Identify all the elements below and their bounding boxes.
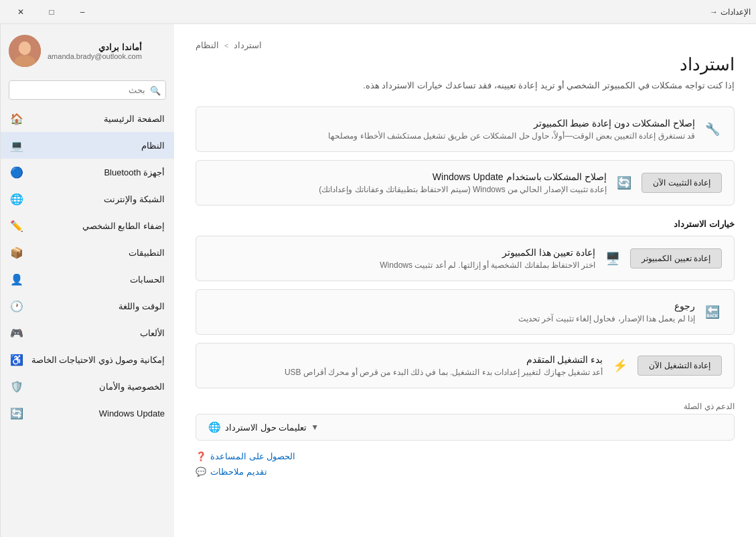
advanced-startup-title: بدء التشغيل المتقدم: [208, 354, 603, 365]
accessibility-icon: ♿: [10, 353, 23, 366]
avatar-image: [9, 35, 41, 67]
advanced-icon: ⚡: [611, 358, 629, 373]
restart-now-button[interactable]: إعادة التشغيل الآن: [637, 356, 722, 376]
breadcrumb-title: استرداد: [234, 40, 262, 50]
sidebar-item-label-network: الشبكة والإنترنت: [30, 194, 165, 204]
search-box: 🔍: [9, 80, 166, 100]
go-back-info: رجوع إذا لم يعمل هذا الإصدار، فحاول إلغا…: [208, 301, 695, 323]
reset-pc-button[interactable]: إعادة تعيين الكمبيوتر: [630, 248, 722, 268]
recovery-options-title: خيارات الاسترداد: [196, 219, 735, 229]
search-icon: 🔍: [150, 85, 161, 95]
bluetooth-icon: 🔵: [10, 165, 23, 179]
breadcrumb-separator: >: [224, 42, 228, 50]
reset-pc-info: إعادة تعيين هذا الكمبيوتر اختر الاحتفاظ …: [208, 247, 595, 270]
fix-no-reset-title: إصلاح المشكلات دون إعادة ضبط الكمبيوتر: [208, 118, 695, 129]
apps-icon: 📦: [10, 246, 23, 259]
user-profile: أماندا برادي amanda.brady@outlook.com: [1, 24, 174, 78]
avatar: [9, 35, 41, 67]
sidebar-item-time[interactable]: 🕐 الوقت واللغة: [1, 293, 174, 319]
goback-icon: 🔙: [703, 305, 722, 319]
related-support-title: الدعم ذي الصلة: [196, 402, 735, 411]
reset-pc-desc: اختر الاحتفاظ بملفاتك الشخصية أو إزالتها…: [208, 260, 595, 270]
sidebar-item-gaming[interactable]: 🎮 الألعاب: [1, 319, 174, 346]
close-button[interactable]: ✕: [5, 0, 36, 24]
sidebar: أماندا برادي amanda.brady@outlook.com 🔍 …: [0, 24, 174, 537]
help-text: الحصول على المساعدة: [210, 451, 295, 461]
sidebar-item-home[interactable]: 🏠 الصفحة الرئيسية: [1, 105, 174, 132]
sidebar-item-personalization[interactable]: ✏️ إضفاء الطابع الشخصي: [1, 212, 174, 239]
windowsupdate-icon: 🔄: [10, 406, 23, 420]
sidebar-item-windowsupdate[interactable]: 🔄 Windows Update: [1, 400, 174, 427]
accounts-icon: 👤: [10, 273, 23, 286]
advanced-startup-desc: أعد تشغيل جهازك لتغيير إعدادات بدء التشغ…: [208, 368, 603, 377]
feedback-text: تقديم ملاحظات: [210, 467, 267, 477]
titlebar-nav: الإعدادات →: [710, 7, 751, 17]
settings-window: الإعدادات → – □ ✕ استرداد > النظام استرد…: [0, 0, 756, 537]
give-feedback-link[interactable]: تقديم ملاحظات 💬: [196, 467, 267, 477]
go-back-title: رجوع: [208, 301, 695, 311]
pc-icon: 🖥️: [603, 251, 622, 266]
advanced-startup-info: بدء التشغيل المتقدم أعد تشغيل جهازك لتغي…: [208, 354, 603, 377]
sidebar-item-label-windowsupdate: Windows Update: [30, 408, 165, 418]
sidebar-item-label-personalization: إضفاء الطابع الشخصي: [30, 221, 165, 231]
page-description: إذا كنت تواجه مشكلات في الكمبيوتر الشخصي…: [196, 80, 735, 90]
nav-arrow: →: [710, 7, 718, 17]
gaming-icon: 🎮: [10, 326, 23, 339]
help-icon: ❓: [196, 451, 206, 461]
sidebar-item-system[interactable]: 💻 النظام: [1, 132, 174, 159]
page-header: استرداد > النظام استرداد إذا كنت تواجه م…: [196, 40, 735, 90]
breadcrumb: استرداد > النظام: [196, 40, 735, 50]
content-area: استرداد > النظام استرداد إذا كنت تواجه م…: [174, 24, 756, 537]
feedback-icon: 💬: [196, 467, 206, 477]
sidebar-item-label-gaming: الألعاب: [30, 328, 165, 338]
personalization-icon: ✏️: [10, 219, 23, 232]
privacy-icon: 🛡️: [10, 380, 23, 393]
sidebar-item-label-accounts: الحسابات: [30, 275, 165, 285]
user-email: amanda.brady@outlook.com: [48, 52, 142, 60]
sidebar-item-bluetooth[interactable]: 🔵 أجهزة Bluetooth: [1, 159, 174, 185]
svg-point-3: [19, 42, 31, 55]
user-name: أماندا برادي: [48, 42, 142, 52]
wrench-icon: 🔧: [703, 122, 722, 137]
main-content: استرداد > النظام استرداد إذا كنت تواجه م…: [0, 24, 756, 537]
windows-update-fix-card: إعادة التثبيت الآن 🔄 إصلاح المشكلات باست…: [196, 160, 735, 206]
fix-no-reset-card: 🔧 إصلاح المشكلات دون إعادة ضبط الكمبيوتر…: [196, 106, 735, 152]
info-link-text: تعليمات حول الاسترداد: [225, 423, 307, 433]
sidebar-item-label-time: الوقت واللغة: [30, 301, 165, 311]
system-icon: 💻: [10, 139, 23, 152]
fix-no-reset-info: إصلاح المشكلات دون إعادة ضبط الكمبيوتر ق…: [208, 118, 695, 141]
page-title: استرداد: [196, 54, 735, 75]
sidebar-item-accounts[interactable]: 👤 الحسابات: [1, 266, 174, 293]
sidebar-item-accessibility[interactable]: ♿ إمكانية وصول ذوي الاحتياجات الخاصة: [1, 346, 174, 373]
fix-no-reset-desc: قد تستغرق إعادة التعيين بعض الوقت—أولاً،…: [208, 131, 695, 141]
reinstall-now-button[interactable]: إعادة التثبيت الآن: [641, 173, 722, 193]
go-back-card: 🔙 رجوع إذا لم يعمل هذا الإصدار، فحاول إل…: [196, 289, 735, 335]
go-back-desc: إذا لم يعمل هذا الإصدار، فحاول إلغاء تثب…: [208, 314, 695, 323]
home-icon: 🏠: [10, 112, 23, 125]
windows-update-fix-desc: إعادة تثبيت الإصدار الحالي من Windows (س…: [208, 185, 607, 194]
minimize-button[interactable]: –: [67, 0, 98, 24]
sidebar-item-label-privacy: الخصوصية والأمان: [30, 382, 165, 392]
globe-icon: 🌐: [208, 421, 221, 433]
time-icon: 🕐: [10, 299, 23, 313]
maximize-button[interactable]: □: [36, 0, 67, 24]
network-icon: 🌐: [10, 192, 23, 206]
bottom-links: الحصول على المساعدة ❓ تقديم ملاحظات 💬: [196, 451, 735, 477]
breadcrumb-parent: النظام: [196, 40, 219, 50]
sidebar-item-privacy[interactable]: 🛡️ الخصوصية والأمان: [1, 373, 174, 400]
windows-update-fix-title: إصلاح المشكلات باستخدام Windows Update: [208, 171, 607, 182]
sidebar-item-label-system: النظام: [30, 141, 165, 151]
sidebar-item-label-apps: التطبيقات: [30, 248, 165, 258]
get-help-link[interactable]: الحصول على المساعدة ❓: [196, 451, 295, 461]
chevron-down-icon: ▼: [311, 423, 319, 432]
titlebar-title: الإعدادات: [721, 7, 751, 17]
sidebar-item-label-accessibility: إمكانية وصول ذوي الاحتياجات الخاصة: [30, 355, 165, 365]
titlebar: الإعدادات → – □ ✕: [0, 0, 756, 24]
advanced-startup-card: إعادة التشغيل الآن ⚡ بدء التشغيل المتقدم…: [196, 343, 735, 388]
reset-pc-title: إعادة تعيين هذا الكمبيوتر: [208, 247, 595, 258]
recovery-info-link[interactable]: ▼ تعليمات حول الاسترداد 🌐: [196, 414, 735, 441]
search-input[interactable]: [9, 80, 166, 100]
reset-pc-card: إعادة تعيين الكمبيوتر 🖥️ إعادة تعيين هذا…: [196, 236, 735, 281]
sidebar-item-apps[interactable]: 📦 التطبيقات: [1, 239, 174, 266]
sidebar-item-network[interactable]: 🌐 الشبكة والإنترنت: [1, 185, 174, 212]
